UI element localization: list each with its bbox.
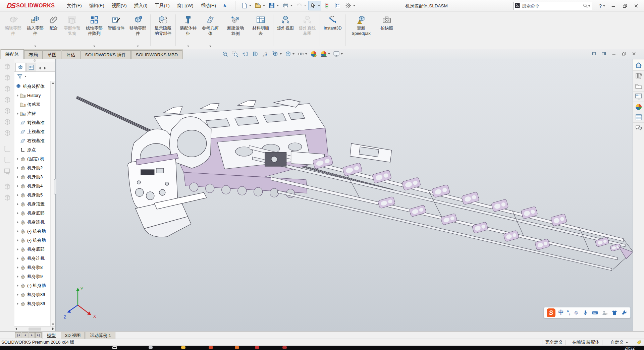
close-button[interactable] bbox=[631, 2, 641, 10]
dropdown-caret[interactable] bbox=[328, 53, 330, 55]
dropdown-caret[interactable] bbox=[249, 5, 251, 6]
solidworks-resources-tab[interactable] bbox=[633, 60, 644, 71]
front-view-cube-icon[interactable] bbox=[3, 62, 12, 71]
annotation-views-button[interactable] bbox=[261, 50, 270, 58]
help-button[interactable]: ? bbox=[597, 2, 607, 10]
ime-mode-toggle[interactable]: 中 bbox=[558, 309, 564, 316]
view-palette-tab[interactable] bbox=[633, 92, 644, 102]
expand-arrow-icon[interactable] bbox=[16, 221, 19, 224]
tree-item[interactable]: 机身底部 bbox=[14, 245, 55, 254]
menu-v[interactable]: 视图(V) bbox=[108, 1, 130, 11]
expand-arrow-icon[interactable] bbox=[16, 293, 19, 296]
tree-horizontal-scrollbar[interactable] bbox=[14, 326, 55, 331]
search-input[interactable] bbox=[521, 3, 582, 8]
tree-item[interactable]: 机身肋3 bbox=[14, 172, 55, 181]
doc-tab-运动算例-1[interactable]: 运动算例 1 bbox=[86, 332, 115, 339]
ribbon-button-mate[interactable]: 配合 bbox=[47, 13, 61, 49]
scroll-up-arrow[interactable] bbox=[52, 82, 54, 84]
taskbar-icon[interactable] bbox=[209, 346, 213, 349]
rebuild-button[interactable] bbox=[322, 1, 332, 10]
dropdown-caret[interactable] bbox=[304, 5, 306, 6]
last-tab-button[interactable] bbox=[35, 332, 42, 338]
file-properties-button[interactable] bbox=[333, 1, 343, 10]
ribbon-button-bom[interactable]: 材料明细表 bbox=[250, 13, 271, 49]
ribbon-button-linear-pattern[interactable]: 线性零部件阵列 bbox=[84, 13, 105, 49]
dropdown-caret[interactable] bbox=[187, 46, 189, 48]
dropdown-caret[interactable] bbox=[292, 53, 294, 55]
tree-item[interactable]: 机身肋8 bbox=[14, 263, 55, 272]
tree-item[interactable]: 注解 bbox=[14, 109, 55, 118]
dropdown-caret[interactable] bbox=[263, 5, 265, 6]
tree-item[interactable]: History bbox=[14, 91, 55, 100]
ribbon-button-smart-fasteners[interactable]: 智能扣件 bbox=[106, 13, 126, 49]
document-min[interactable] bbox=[610, 50, 618, 57]
sketch-profile-icon[interactable] bbox=[3, 156, 12, 164]
zoom-to-area-button[interactable] bbox=[231, 50, 239, 58]
tab-property-manager[interactable] bbox=[26, 63, 36, 71]
panel-tab-scroll-right[interactable] bbox=[42, 65, 48, 71]
ribbon-button-exploded-view[interactable]: 爆炸视图 bbox=[275, 13, 296, 49]
tree-item[interactable]: 机身连机 bbox=[14, 218, 55, 227]
doc-tab-3d-视图[interactable]: 3D 视图 bbox=[61, 332, 85, 339]
left-view-cube-icon[interactable] bbox=[3, 84, 12, 93]
dropdown-caret[interactable] bbox=[353, 5, 355, 6]
hide-show-items-button[interactable] bbox=[297, 50, 308, 58]
tree-item-root[interactable]: 机身装配体 bbox=[14, 82, 55, 91]
panel-tab-scroll-left[interactable] bbox=[37, 65, 42, 71]
undo-button[interactable] bbox=[294, 1, 308, 10]
sketch-corner-icon[interactable] bbox=[3, 144, 12, 153]
expand-arrow-icon[interactable] bbox=[16, 94, 19, 97]
tree-item[interactable]: 上视基准 bbox=[14, 127, 55, 136]
tab-solidworks-mbd[interactable]: SOLIDWORKS MBD bbox=[131, 50, 182, 59]
dropdown-caret[interactable] bbox=[305, 53, 307, 55]
custom-properties-tab[interactable] bbox=[633, 112, 644, 123]
isometric-view-icon[interactable] bbox=[3, 129, 12, 137]
tree-item[interactable]: 机身肋5 bbox=[14, 190, 55, 199]
ribbon-button-assembly-features[interactable]: 装配体特征 bbox=[177, 13, 199, 49]
expand-arrow-icon[interactable] bbox=[16, 266, 19, 269]
expand-arrow-icon[interactable] bbox=[16, 176, 19, 178]
tree-item[interactable]: 原点 bbox=[14, 145, 55, 154]
search-magnifier-icon[interactable] bbox=[582, 3, 588, 9]
expand-arrow-icon[interactable] bbox=[16, 302, 19, 305]
tree-vertical-scrollbar[interactable] bbox=[50, 81, 55, 326]
expand-arrow-icon[interactable] bbox=[16, 275, 19, 278]
appearances-scenes-tab[interactable] bbox=[633, 102, 644, 112]
dropdown-caret[interactable] bbox=[290, 5, 292, 6]
restore-button[interactable] bbox=[620, 2, 630, 10]
file-explorer-tab[interactable] bbox=[633, 81, 644, 92]
tree-item[interactable]: 机身底部 bbox=[14, 209, 55, 218]
expand-arrow-icon[interactable] bbox=[16, 248, 19, 251]
new-document-button[interactable] bbox=[239, 1, 253, 10]
expand-arrow-icon[interactable] bbox=[16, 284, 19, 287]
search-dropdown-caret[interactable] bbox=[588, 5, 590, 7]
menu-e[interactable]: 编辑(E) bbox=[86, 1, 108, 11]
tab-布局[interactable]: 布局 bbox=[24, 50, 43, 59]
print-button[interactable] bbox=[281, 1, 294, 10]
taskbar-icon[interactable] bbox=[112, 346, 117, 349]
menu-t[interactable]: 工具(T) bbox=[151, 1, 173, 11]
select-cursor-button[interactable] bbox=[308, 1, 321, 10]
taskbar-icon[interactable] bbox=[181, 346, 185, 349]
part-window-icon[interactable] bbox=[3, 193, 12, 202]
pane-right-button[interactable] bbox=[600, 50, 608, 57]
pin-icon[interactable]: ➤ bbox=[221, 2, 228, 9]
expand-arrow-icon[interactable] bbox=[16, 158, 19, 160]
back-view-cube-icon[interactable] bbox=[3, 73, 12, 82]
filter-caret[interactable] bbox=[24, 76, 26, 77]
menu-h[interactable]: 帮助(H) bbox=[197, 1, 219, 11]
tag-icon[interactable] bbox=[636, 340, 642, 345]
design-library-tab[interactable] bbox=[633, 71, 644, 81]
tree-item[interactable]: 前视基准 bbox=[14, 118, 55, 127]
menu-i[interactable]: 插入(I) bbox=[131, 1, 151, 11]
expand-arrow-icon[interactable] bbox=[16, 230, 19, 233]
section-view-button[interactable] bbox=[251, 50, 260, 58]
doc-tab-模型[interactable]: 模型 bbox=[43, 332, 60, 339]
tab-草图[interactable]: 草图 bbox=[43, 50, 61, 59]
tree-item[interactable]: (-) 机身肋 bbox=[14, 227, 55, 236]
tab-装配体[interactable]: 装配体 bbox=[1, 49, 24, 59]
scroll-right-arrow[interactable] bbox=[52, 328, 54, 330]
ribbon-button-instant3d[interactable]: Instant3D bbox=[322, 13, 344, 49]
right-view-cube-icon[interactable] bbox=[3, 96, 12, 104]
document-restore[interactable] bbox=[620, 50, 628, 57]
